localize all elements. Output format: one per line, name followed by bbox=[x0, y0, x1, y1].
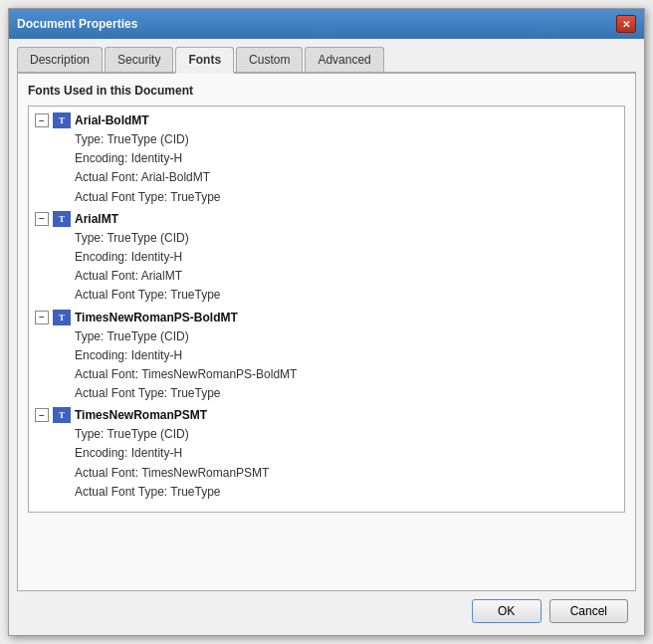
font-prop: Encoding: Identity-H bbox=[75, 444, 618, 463]
font-icon-arial-bold: T bbox=[53, 112, 71, 128]
font-name-timespsmt: TimesNewRomanPSMT bbox=[75, 408, 207, 422]
font-row-timespsmt: − T TimesNewRomanPSMT bbox=[35, 407, 618, 423]
section-label: Fonts Used in this Document bbox=[28, 84, 625, 98]
font-item-arialmt: − T ArialMT Type: TrueType (CID) Encodin… bbox=[35, 211, 618, 306]
tab-description[interactable]: Description bbox=[17, 47, 103, 72]
title-bar: Document Properties ✕ bbox=[9, 9, 644, 39]
font-row-arialmt: − T ArialMT bbox=[35, 211, 618, 227]
font-prop: Actual Font: TimesNewRomanPSMT bbox=[75, 464, 618, 483]
font-row-times-bold: − T TimesNewRomanPS-BoldMT bbox=[35, 310, 618, 325]
font-prop: Actual Font Type: TrueType bbox=[75, 286, 618, 305]
fonts-panel: − T Arial-BoldMT Type: TrueType (CID) En… bbox=[28, 106, 625, 513]
font-icon-timespsmt: T bbox=[53, 407, 71, 423]
tab-bar: Description Security Fonts Custom Advanc… bbox=[17, 47, 636, 74]
font-prop: Type: TrueType (CID) bbox=[75, 229, 618, 248]
tab-custom[interactable]: Custom bbox=[236, 47, 303, 72]
font-prop: Encoding: Identity-H bbox=[75, 149, 618, 168]
font-prop: Type: TrueType (CID) bbox=[75, 425, 618, 444]
font-prop: Actual Font: Arial-BoldMT bbox=[75, 168, 618, 187]
font-item-times-bold: − T TimesNewRomanPS-BoldMT Type: TrueTyp… bbox=[35, 310, 618, 404]
window-body: Description Security Fonts Custom Advanc… bbox=[9, 39, 644, 635]
font-prop: Encoding: Identity-H bbox=[75, 248, 618, 267]
font-props-arialmt: Type: TrueType (CID) Encoding: Identity-… bbox=[75, 229, 618, 306]
buttons-row: OK Cancel bbox=[17, 591, 636, 627]
font-props-times-bold: Type: TrueType (CID) Encoding: Identity-… bbox=[75, 327, 618, 404]
document-properties-window: Document Properties ✕ Description Securi… bbox=[8, 8, 645, 636]
font-prop: Type: TrueType (CID) bbox=[75, 327, 618, 346]
window-title: Document Properties bbox=[17, 17, 137, 31]
font-prop: Encoding: Identity-H bbox=[75, 346, 618, 365]
font-item-timespsmt: − T TimesNewRomanPSMT Type: TrueType (CI… bbox=[35, 407, 618, 502]
collapse-btn-arialmt[interactable]: − bbox=[35, 212, 49, 226]
font-name-times-bold: TimesNewRomanPS-BoldMT bbox=[75, 311, 238, 324]
font-name-arial-bold: Arial-BoldMT bbox=[75, 113, 149, 127]
font-icon-times-bold: T bbox=[53, 310, 71, 325]
tab-content-fonts: Fonts Used in this Document − T Arial-Bo… bbox=[17, 74, 636, 591]
font-icon-arialmt: T bbox=[53, 211, 71, 227]
collapse-btn-arial-bold[interactable]: − bbox=[35, 113, 49, 127]
tab-security[interactable]: Security bbox=[105, 47, 173, 72]
font-props-timespsmt: Type: TrueType (CID) Encoding: Identity-… bbox=[75, 425, 618, 502]
font-prop: Actual Font Type: TrueType bbox=[75, 384, 618, 403]
font-prop: Actual Font: TimesNewRomanPS-BoldMT bbox=[75, 365, 618, 384]
font-prop: Type: TrueType (CID) bbox=[75, 130, 618, 149]
font-props-arial-bold: Type: TrueType (CID) Encoding: Identity-… bbox=[75, 130, 618, 207]
cancel-button[interactable]: Cancel bbox=[549, 599, 628, 623]
close-button[interactable]: ✕ bbox=[616, 15, 636, 33]
font-row-arial-bold: − T Arial-BoldMT bbox=[35, 112, 618, 128]
collapse-btn-timespsmt[interactable]: − bbox=[35, 408, 49, 422]
font-prop: Actual Font Type: TrueType bbox=[75, 483, 618, 502]
tab-advanced[interactable]: Advanced bbox=[305, 47, 383, 72]
font-prop: Actual Font: ArialMT bbox=[75, 267, 618, 286]
title-bar-controls: ✕ bbox=[616, 15, 636, 33]
font-name-arialmt: ArialMT bbox=[75, 212, 118, 226]
collapse-btn-times-bold[interactable]: − bbox=[35, 311, 49, 324]
font-prop: Actual Font Type: TrueType bbox=[75, 188, 618, 207]
font-item-arial-bold: − T Arial-BoldMT Type: TrueType (CID) En… bbox=[35, 112, 618, 207]
ok-button[interactable]: OK bbox=[472, 599, 542, 623]
tab-fonts[interactable]: Fonts bbox=[175, 47, 234, 74]
